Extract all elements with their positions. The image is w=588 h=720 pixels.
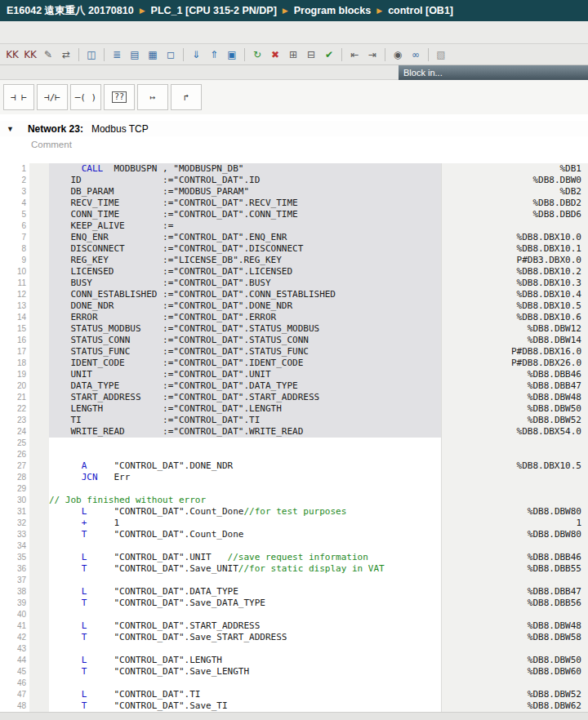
- code-line[interactable]: 21 START_ADDRESS :="CONTROL_DAT".START_A…: [0, 392, 588, 403]
- code-token: [49, 598, 82, 608]
- rewire-icon[interactable]: ⇄: [58, 47, 74, 63]
- code-line[interactable]: 25: [0, 438, 588, 449]
- code-line[interactable]: 45 T "CONTROL_DAT".Save_LENGTH%DB8.DBW60: [0, 666, 588, 678]
- open-branch-button[interactable]: ↦: [137, 84, 168, 110]
- code-line[interactable]: 24 WRITE_READ :="CONTROL_DAT".WRITE_READ…: [0, 426, 588, 438]
- expand-all-networks-icon[interactable]: ▤: [127, 47, 143, 63]
- code-line[interactable]: 36 T "CONTROL_DAT".Save_UNIT//for static…: [0, 563, 588, 575]
- paste-icon[interactable]: ◫: [83, 47, 100, 63]
- nc-contact-button[interactable]: ⊣/⊢: [37, 84, 68, 110]
- line-number: 41: [0, 620, 29, 632]
- code-line[interactable]: 29: [0, 483, 588, 495]
- code-line[interactable]: 3 DB_PARAM :="MODBUS_PARAM"%DB2: [0, 186, 588, 198]
- code-text: RECV_TIME :="CONTROL_DAT".RECV_TIME: [49, 198, 441, 209]
- code-line[interactable]: 5 CONN_TIME :="CONTROL_DAT".CONN_TIME%DB…: [0, 209, 588, 220]
- code-line[interactable]: 48 T "CONTROL_DAT".Save_TI%DB8.DBW62: [0, 700, 588, 712]
- code-line[interactable]: 8 DISCONNECT :="CONTROL_DAT".DISCONNECT%…: [0, 243, 588, 255]
- code-line[interactable]: 46: [0, 678, 588, 689]
- code-gutter: [29, 323, 49, 335]
- code-line[interactable]: 22 LENGTH :="CONTROL_DAT".LENGTH%DB8.DBW…: [0, 403, 588, 415]
- code-line[interactable]: 43: [0, 643, 588, 655]
- code-line[interactable]: 44 L "CONTROL_DAT".LENGTH%DB8.DBW50: [0, 655, 588, 666]
- insert-network-icon[interactable]: KK: [4, 47, 20, 63]
- breadcrumb-item[interactable]: Program blocks: [294, 5, 371, 16]
- code-line[interactable]: 17 STATUS_FUNC :="CONTROL_DAT".STATUS_FU…: [0, 346, 588, 358]
- code-line[interactable]: 10 LICENSED :="CONTROL_DAT".LICENSED%DB8…: [0, 266, 588, 278]
- breadcrumb-item[interactable]: E16042 遠東重八 20170810: [7, 4, 134, 18]
- code-line[interactable]: 34: [0, 540, 588, 552]
- empty-box-button[interactable]: ??: [104, 84, 135, 110]
- no-contact-button[interactable]: ⊣ ⊢: [3, 84, 34, 110]
- go-online-icon[interactable]: ◉: [390, 47, 406, 63]
- code-gutter: [29, 620, 49, 632]
- accept-icon[interactable]: ✔: [321, 47, 337, 63]
- code-line[interactable]: 15 STATUS_MODBUS :="CONTROL_DAT".STATUS_…: [0, 323, 588, 335]
- sync-values-icon[interactable]: ↻: [249, 47, 265, 63]
- code-text: CALL MODBUSPN , "MODBUSPN_DB": [49, 163, 441, 175]
- code-line[interactable]: 19 UNIT :="CONTROL_DAT".UNIT%DB8.DBB46: [0, 369, 588, 380]
- monitor-icon[interactable]: ∞: [408, 47, 424, 63]
- stl-toolbar: KKKK✎⇄◫≣▤▦◻⇓⇑▣↻✖⊞⊟✔⇤⇥◉∞▧: [0, 44, 588, 65]
- operand-address: [441, 643, 588, 655]
- horizontal-scrollbar[interactable]: [0, 712, 588, 720]
- code-line[interactable]: 12 CONN_ESTABLISHED :="CONTROL_DAT".CONN…: [0, 289, 588, 300]
- network-header[interactable]: ▼ Network 23: Modbus TCP: [0, 121, 588, 136]
- code-line[interactable]: 2 ID :="CONTROL_DAT".ID%DB8.DBW0: [0, 175, 588, 186]
- code-line[interactable]: 32 + 11: [0, 518, 588, 529]
- breadcrumb-item[interactable]: PLC_1 [CPU 315-2 PN/DP]: [151, 5, 277, 16]
- close-branch-button[interactable]: ↱: [171, 84, 202, 110]
- code-line[interactable]: 39 T "CONTROL_DAT".Save_DATA_TYPE%DB8.DB…: [0, 598, 588, 609]
- symbolic-operands-icon[interactable]: ⇥: [364, 47, 381, 63]
- code-line[interactable]: 30// Job finished without error: [0, 495, 588, 506]
- breadcrumb-item[interactable]: control [OB1]: [388, 5, 453, 16]
- code-line[interactable]: 47 L "CONTROL_DAT".TI%DB8.DBW52: [0, 689, 588, 700]
- network-title[interactable]: Modbus TCP: [91, 123, 149, 135]
- code-line[interactable]: 7 ENQ_ENR :="CONTROL_DAT".ENQ_ENR%DB8.DB…: [0, 232, 588, 243]
- absolute-operands-icon[interactable]: ⇤: [346, 47, 363, 63]
- code-line[interactable]: 11 BUSY :="CONTROL_DAT".BUSY%DB8.DBX10.3: [0, 278, 588, 289]
- insert-comment-network-icon[interactable]: KK: [22, 47, 38, 63]
- cancel-icon[interactable]: ✖: [267, 47, 283, 63]
- edit-rungs-icon[interactable]: ✎: [40, 47, 56, 63]
- download-to-device-icon[interactable]: ⇓: [188, 47, 204, 63]
- code-line[interactable]: 40: [0, 609, 588, 620]
- code-line[interactable]: 9 REG_KEY :="LICENSE_DB".REG_KEYP#DB3.DB…: [0, 255, 588, 266]
- code-line[interactable]: 31 L "CONTROL_DAT".Count_Done//for test …: [0, 506, 588, 518]
- code-line[interactable]: 27 A "CONTROL_DAT".DONE_NDR%DB8.DBX10.5: [0, 460, 588, 472]
- code-line[interactable]: 41 L "CONTROL_DAT".START_ADDRESS%DB8.DBW…: [0, 620, 588, 632]
- code-line[interactable]: 4 RECV_TIME :="CONTROL_DAT".RECV_TIME%DB…: [0, 198, 588, 209]
- code-line[interactable]: 33 T "CONTROL_DAT".Count_Done%DB8.DBW80: [0, 529, 588, 540]
- code-area[interactable]: 1 CALL MODBUSPN , "MODBUSPN_DB"%DB12 ID …: [0, 163, 588, 712]
- code-text: [49, 483, 441, 495]
- block-properties-icon[interactable]: ▧: [433, 47, 449, 63]
- code-line[interactable]: 37: [0, 575, 588, 586]
- snapshot-icon[interactable]: ▣: [224, 47, 240, 63]
- delete-row-icon[interactable]: ⊟: [303, 47, 319, 63]
- collapse-network-icon[interactable]: ▼: [7, 125, 14, 133]
- code-line[interactable]: 13 DONE_NDR :="CONTROL_DAT".DONE_NDR%DB8…: [0, 300, 588, 312]
- code-line[interactable]: 6 KEEP_ALIVE :=: [0, 220, 588, 232]
- code-line[interactable]: 23 TI :="CONTROL_DAT".TI%DB8.DBW52: [0, 415, 588, 426]
- code-line[interactable]: 16 STATUS_CONN :="CONTROL_DAT".STATUS_CO…: [0, 335, 588, 346]
- code-line[interactable]: 42 T "CONTROL_DAT".Save_START_ADDRESS%DB…: [0, 632, 588, 643]
- comments-toggle-icon[interactable]: ◻: [163, 47, 179, 63]
- code-line[interactable]: 28 JCN Err: [0, 472, 588, 483]
- code-line[interactable]: 26: [0, 449, 588, 460]
- code-line[interactable]: 20 DATA_TYPE :="CONTROL_DAT".DATA_TYPE%D…: [0, 380, 588, 392]
- upload-from-device-icon[interactable]: ⇑: [206, 47, 222, 63]
- network-comment[interactable]: Comment: [0, 136, 588, 161]
- block-interface-header[interactable]: Block in...: [399, 65, 588, 80]
- collapse-all-networks-icon[interactable]: ▦: [145, 47, 161, 63]
- code-line[interactable]: 18 IDENT_CODE :="CONTROL_DAT".IDENT_CODE…: [0, 358, 588, 369]
- network-list-icon[interactable]: ≣: [109, 47, 125, 63]
- code-line[interactable]: 14 ERROR :="CONTROL_DAT".ERROR%DB8.DBX10…: [0, 312, 588, 323]
- code-line[interactable]: 38 L "CONTROL_DAT".DATA_TYPE%DB8.DBB47: [0, 586, 588, 598]
- coil-button[interactable]: ─( ): [70, 84, 101, 110]
- code-line[interactable]: 35 L "CONTROL_DAT".UNIT //save request i…: [0, 552, 588, 563]
- insert-row-icon[interactable]: ⊞: [285, 47, 301, 63]
- operand-address: %DB8.DBB56: [441, 598, 588, 609]
- code-token: [49, 529, 82, 540]
- code-line[interactable]: 1 CALL MODBUSPN , "MODBUSPN_DB"%DB1: [0, 163, 588, 175]
- code-token: [49, 700, 82, 711]
- operand-address: %DB8.DBW60: [441, 666, 588, 678]
